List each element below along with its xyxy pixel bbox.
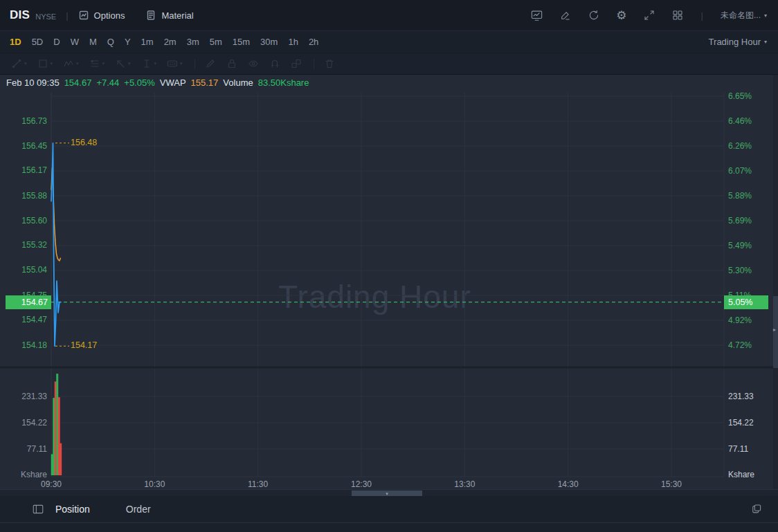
text-tool[interactable]: ▾ <box>141 58 157 69</box>
layout-grid-icon[interactable] <box>671 9 684 21</box>
volume-axis-label: 77.11 <box>728 443 748 455</box>
quote-info-line: Feb 10 09:35 154.67 +7.44 +5.05% VWAP 15… <box>6 77 309 88</box>
timeframe-2m[interactable]: 2m <box>164 37 177 47</box>
percent-axis-label: 4.92% <box>728 315 752 326</box>
quote-change-pct: +5.05% <box>124 77 154 88</box>
timeframe-3m[interactable]: 3m <box>187 37 199 47</box>
tab-order[interactable]: Order <box>126 504 151 515</box>
group-objects-tool[interactable] <box>291 58 302 69</box>
volume-axis-label: 154.22 <box>728 417 754 428</box>
brush-tool[interactable] <box>205 58 216 69</box>
fullscreen-expand-icon[interactable] <box>643 9 655 21</box>
symbol-ticker: DIS <box>10 8 30 22</box>
time-axis-label: 11:30 <box>237 479 279 489</box>
volume-axis-label: 77.11 <box>1 443 47 455</box>
time-axis-label: 12:30 <box>341 479 382 489</box>
timeframe-1h[interactable]: 1h <box>288 37 298 47</box>
percent-axis-label: 5.69% <box>728 215 752 226</box>
refresh-undo-icon[interactable] <box>588 9 600 21</box>
options-contract-icon <box>78 10 89 21</box>
chevron-down-icon: ▾ <box>764 39 767 45</box>
percent-axis-label: 5.88% <box>728 190 752 201</box>
chart-name-selector[interactable]: 未命名图... ▾ <box>721 10 767 21</box>
magnet-tool[interactable] <box>269 58 280 69</box>
time-axis-label: 09:30 <box>30 479 72 489</box>
session-high-label: 156.48 <box>71 138 97 147</box>
percent-axis-label: 4.72% <box>728 340 752 351</box>
right-panel-rail: ▸ <box>773 75 778 489</box>
session-low-label: 154.17 <box>71 340 97 350</box>
volume-axis-label: 231.33 <box>728 391 754 402</box>
volume-value: 83.50Kshare <box>258 77 309 88</box>
timeframe-1D[interactable]: 1D <box>10 37 21 47</box>
wave-pattern-tool[interactable]: ▾ <box>63 58 79 69</box>
current-price-badge: 154.67 <box>6 295 51 309</box>
timeframe-30m[interactable]: 30m <box>260 37 278 47</box>
chevron-right-icon: ▸ <box>773 327 776 333</box>
trading-app: DIS NYSE | Options Material ⚙ <box>0 0 778 532</box>
timeframe-W[interactable]: W <box>71 37 79 47</box>
price-axis-label: 154.47 <box>1 314 47 325</box>
chevron-down-icon: ▾ <box>764 12 767 19</box>
chart-canvas[interactable]: Trading Hour Feb 10 09:35 154.67 +7.44 +… <box>0 75 778 489</box>
timeframe-2h[interactable]: 2h <box>309 37 318 47</box>
timeframe-D[interactable]: D <box>53 37 60 47</box>
time-axis-label: 13:30 <box>444 479 485 489</box>
duplicate-panel-icon[interactable] <box>750 503 763 518</box>
timeframe-5D[interactable]: 5D <box>32 37 44 47</box>
shape-rect-tool[interactable]: ▾ <box>37 58 53 69</box>
timeframe-Y[interactable]: Y <box>125 37 131 47</box>
divider: | <box>701 10 703 21</box>
volume-unit-label: Kshare <box>1 469 47 480</box>
chevron-down-icon: ▾ <box>76 61 79 66</box>
svg-text:123: 123 <box>170 62 176 66</box>
volume-unit-label: Kshare <box>728 469 754 480</box>
percent-axis-label: 6.07% <box>728 165 752 176</box>
price-axis-label: 155.60 <box>1 215 47 226</box>
nav-options-label: Options <box>94 10 125 21</box>
trend-line-tool[interactable]: ▾ <box>11 58 27 69</box>
chart-monitor-icon[interactable] <box>530 9 543 22</box>
chevron-down-icon: ▾ <box>128 61 131 66</box>
quote-change: +7.44 <box>96 77 119 88</box>
session-label: Trading Hour <box>709 37 761 47</box>
chart-scrollbar-track[interactable]: ▾ <box>0 489 778 496</box>
time-axis-label: 15:30 <box>651 479 692 489</box>
nav-material[interactable]: Material <box>145 10 193 21</box>
session-selector[interactable]: Trading Hour ▾ <box>709 37 767 47</box>
price-axis-label: 155.04 <box>1 264 47 275</box>
price-label-tool[interactable]: 123▾ <box>167 58 183 69</box>
exchange-label: NYSE <box>35 12 56 21</box>
price-axis-label: 156.73 <box>1 116 47 127</box>
nav-options[interactable]: Options <box>78 10 125 21</box>
visibility-eye-tool[interactable] <box>248 58 259 69</box>
edit-pencil-icon[interactable] <box>559 9 572 21</box>
timeframe-15m[interactable]: 15m <box>233 37 250 47</box>
panel-toggle-icon[interactable] <box>32 503 44 515</box>
settings-gear-icon[interactable]: ⚙ <box>616 10 626 21</box>
header-actions: ⚙ | 未命名图... ▾ <box>530 9 767 22</box>
timeframe-bar: 1D5DDWMQY1m2m3m5m15m30m1h2h Trading Hour… <box>0 31 778 53</box>
volume-label: Volume <box>223 77 253 88</box>
lock-tool[interactable] <box>226 58 237 69</box>
tab-position[interactable]: Position <box>55 504 90 515</box>
percent-axis-label: 6.46% <box>728 116 752 127</box>
chevron-down-icon: ▾ <box>154 61 157 66</box>
chevron-down-icon: ▾ <box>386 491 388 496</box>
chevron-down-icon: ▾ <box>180 61 183 66</box>
percent-axis-label: 5.30% <box>728 265 752 276</box>
timeframe-Q[interactable]: Q <box>107 37 114 47</box>
bottom-tab-row: Position Order <box>0 496 778 523</box>
vwap-label: VWAP <box>160 77 186 88</box>
timeframe-5m[interactable]: 5m <box>210 37 222 47</box>
fibonacci-tool[interactable]: ▾ <box>89 58 105 69</box>
divider <box>194 59 195 69</box>
trash-tool[interactable] <box>324 58 335 69</box>
chevron-down-icon: ▾ <box>24 61 27 66</box>
arrow-tool[interactable]: ▾ <box>115 58 131 69</box>
chart-scrollbar-thumb[interactable]: ▾ <box>352 490 422 496</box>
timeframe-1m[interactable]: 1m <box>141 37 154 47</box>
chart-name-label: 未命名图... <box>721 10 761 21</box>
timeframe-M[interactable]: M <box>89 37 97 47</box>
percent-axis-label: 6.26% <box>728 140 752 152</box>
